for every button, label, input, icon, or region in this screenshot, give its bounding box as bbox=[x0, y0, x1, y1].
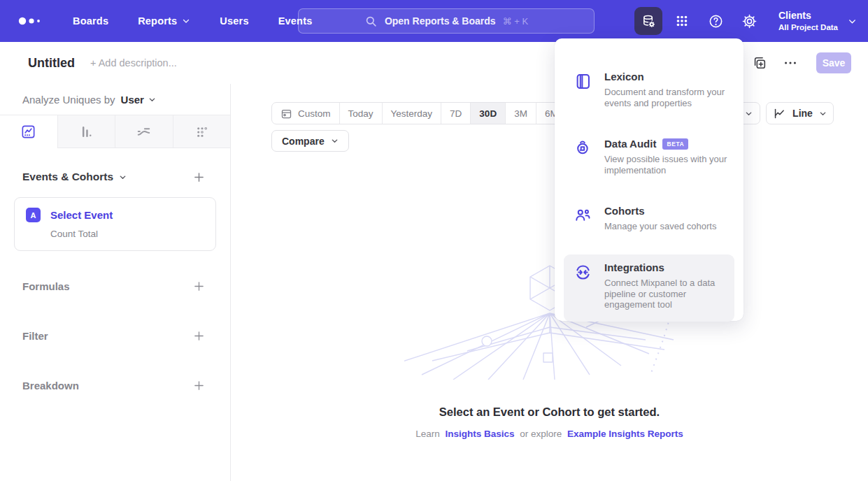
date-range-30d[interactable]: 30D bbox=[470, 103, 505, 124]
nav-links: Boards Reports Users Events bbox=[73, 15, 312, 27]
analyze-by-dropdown[interactable]: User bbox=[121, 94, 156, 106]
search-shortcut: ⌘ + K bbox=[503, 16, 529, 27]
popup-item-title: Cohorts bbox=[604, 205, 645, 217]
popup-item-integrations[interactable]: Integrations Connect Mixpanel to a data … bbox=[564, 254, 734, 322]
formulas-label: Formulas bbox=[22, 280, 70, 292]
data-management-button[interactable] bbox=[634, 7, 662, 35]
global-search-input[interactable]: Open Reports & Boards ⌘ + K bbox=[298, 8, 595, 34]
help-icon bbox=[708, 13, 724, 29]
query-builder-sidebar: Analyze Uniques by User Events & Cohorts bbox=[0, 84, 231, 481]
add-description-field[interactable]: + Add description... bbox=[90, 57, 177, 69]
popup-item-title: Integrations bbox=[604, 261, 664, 273]
event-letter-badge: A bbox=[26, 208, 41, 222]
events-cohorts-header: Events & Cohorts bbox=[0, 171, 230, 183]
formulas-section: Formulas bbox=[0, 280, 230, 292]
duplicate-icon bbox=[752, 55, 767, 71]
event-card[interactable]: A Select Event Count Total bbox=[14, 197, 216, 251]
popup-item-description: Document and transform your events and p… bbox=[604, 87, 730, 108]
breakdown-label: Breakdown bbox=[22, 380, 79, 392]
popup-item-description: View possible issues with your implement… bbox=[604, 154, 730, 175]
filter-label: Filter bbox=[22, 330, 48, 342]
more-options-button[interactable] bbox=[783, 55, 798, 71]
chevron-down-icon bbox=[182, 17, 190, 25]
beta-badge: BETA bbox=[662, 138, 688, 150]
duplicate-button[interactable] bbox=[752, 55, 767, 71]
date-range-custom[interactable]: Custom bbox=[272, 103, 339, 124]
filter-section: Filter bbox=[0, 330, 230, 342]
plus-icon bbox=[193, 171, 205, 183]
chart-style-dropdown[interactable]: Line bbox=[766, 102, 834, 124]
search-icon bbox=[364, 15, 378, 28]
project-selector[interactable]: Clients All Project Data bbox=[778, 10, 857, 32]
popup-item-lexicon[interactable]: Lexicon Document and transform your even… bbox=[564, 64, 734, 117]
project-subtitle: All Project Data bbox=[778, 22, 838, 32]
popup-item-title: Lexicon bbox=[604, 71, 644, 82]
date-range-yesterday[interactable]: Yesterday bbox=[382, 103, 441, 124]
chevron-down-icon bbox=[148, 96, 156, 103]
analyze-row: Analyze Uniques by User bbox=[0, 84, 230, 115]
plus-icon bbox=[193, 330, 205, 342]
apps-grid-button[interactable] bbox=[668, 7, 696, 35]
integrations-sync-icon bbox=[574, 261, 592, 310]
insights-basics-link[interactable]: Insights Basics bbox=[445, 429, 514, 439]
empty-state: Select an Event or Cohort to get started… bbox=[231, 405, 868, 439]
add-breakdown-button[interactable] bbox=[193, 380, 205, 392]
lexicon-book-icon bbox=[574, 71, 592, 108]
calendar-icon bbox=[280, 108, 292, 120]
add-formula-button[interactable] bbox=[193, 280, 205, 292]
or-explore-text: or explore bbox=[520, 429, 562, 439]
breakdown-section: Breakdown bbox=[0, 380, 230, 392]
cohorts-people-icon bbox=[574, 205, 592, 232]
tab-line-chart[interactable] bbox=[0, 115, 58, 148]
add-filter-button[interactable] bbox=[193, 330, 205, 342]
chevron-down-icon bbox=[119, 173, 127, 181]
example-reports-link[interactable]: Example Insights Reports bbox=[567, 429, 683, 439]
date-range-7d[interactable]: 7D bbox=[441, 103, 470, 124]
project-title: Clients bbox=[778, 10, 838, 22]
nav-item-reports[interactable]: Reports bbox=[138, 15, 190, 27]
empty-state-links: Learn Insights Basics or explore Example… bbox=[231, 429, 868, 439]
chevron-down-icon bbox=[745, 110, 753, 117]
top-navbar: Boards Reports Users Events Open Reports… bbox=[0, 0, 868, 42]
tab-flows-chart[interactable] bbox=[115, 115, 173, 148]
events-cohorts-toggle[interactable]: Events & Cohorts bbox=[22, 171, 127, 183]
select-event-button[interactable]: Select Event bbox=[50, 209, 113, 221]
learn-prefix: Learn bbox=[415, 429, 440, 439]
nav-item-users[interactable]: Users bbox=[220, 15, 248, 27]
database-gear-icon bbox=[641, 13, 657, 29]
date-range-3m[interactable]: 3M bbox=[505, 103, 536, 124]
popup-item-title: Data Audit bbox=[604, 138, 656, 150]
compare-dropdown[interactable]: Compare bbox=[271, 130, 349, 152]
nav-item-boards[interactable]: Boards bbox=[73, 15, 108, 27]
tab-bar-chart[interactable] bbox=[58, 115, 116, 148]
mixpanel-logo[interactable] bbox=[17, 14, 45, 28]
data-audit-magnifier-icon bbox=[574, 138, 592, 175]
dots-grid-icon bbox=[194, 124, 210, 140]
flows-icon bbox=[136, 124, 152, 140]
gear-icon bbox=[741, 13, 757, 29]
analyze-label: Analyze Uniques by bbox=[22, 94, 115, 106]
settings-button[interactable] bbox=[735, 7, 763, 35]
help-button[interactable] bbox=[702, 7, 730, 35]
tab-metrics-grid[interactable] bbox=[173, 115, 231, 148]
date-range-today[interactable]: Today bbox=[339, 103, 382, 124]
popup-item-data-audit[interactable]: Data Audit BETA View possible issues wit… bbox=[564, 131, 734, 184]
popup-item-description: Manage your saved cohorts bbox=[604, 221, 730, 232]
event-aggregation[interactable]: Count Total bbox=[50, 229, 204, 239]
empty-state-heading: Select an Event or Cohort to get started… bbox=[231, 405, 868, 419]
report-header-actions: Save bbox=[752, 52, 851, 73]
save-button[interactable]: Save bbox=[816, 52, 851, 73]
add-event-button[interactable] bbox=[193, 171, 205, 183]
chevron-down-icon bbox=[819, 110, 827, 117]
date-range-control: Custom Today Yesterday 7D 30D 3M 6M bbox=[271, 102, 567, 124]
ellipsis-icon bbox=[783, 55, 798, 71]
chevron-down-icon bbox=[331, 137, 339, 145]
data-management-popup: Lexicon Document and transform your even… bbox=[555, 38, 744, 321]
report-title[interactable]: Untitled bbox=[28, 56, 75, 71]
search-placeholder: Open Reports & Boards bbox=[385, 15, 496, 27]
apps-grid-icon bbox=[674, 13, 690, 29]
line-chart-icon bbox=[773, 107, 786, 120]
bar-chart-icon bbox=[78, 124, 94, 140]
plus-icon bbox=[193, 280, 205, 292]
popup-item-cohorts[interactable]: Cohorts Manage your saved cohorts bbox=[564, 198, 734, 240]
